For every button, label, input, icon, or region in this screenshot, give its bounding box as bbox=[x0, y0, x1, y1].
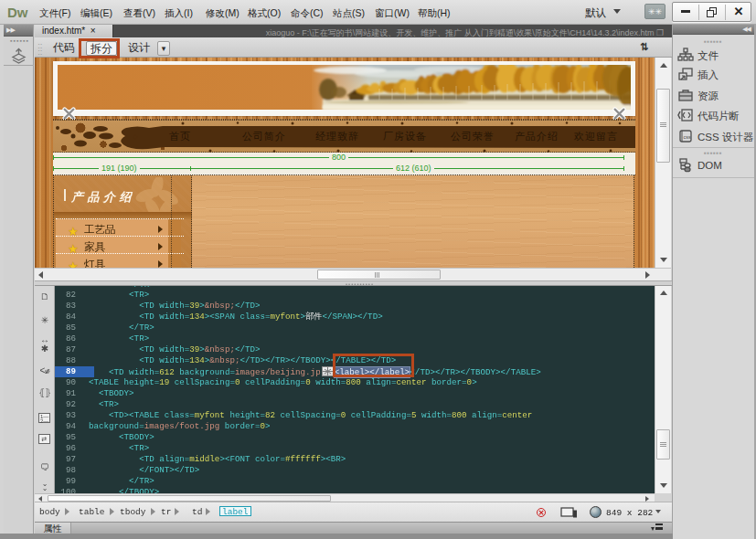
svg-text:css: css bbox=[684, 134, 692, 140]
